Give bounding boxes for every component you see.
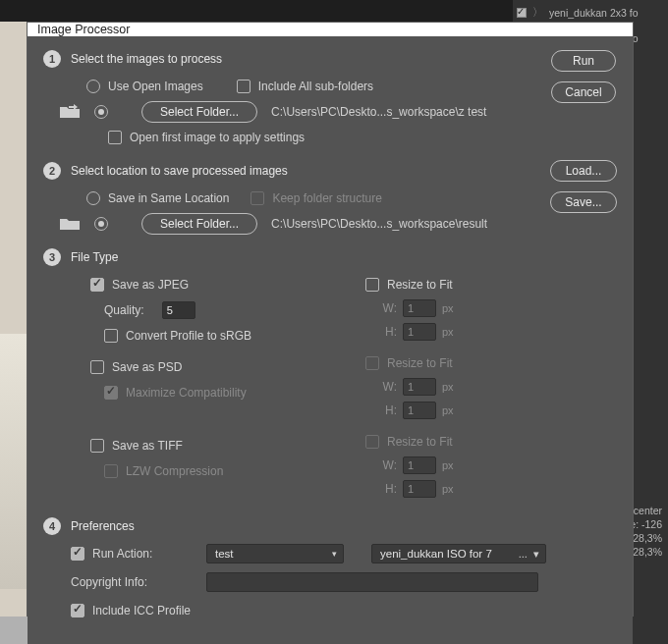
save-same-location-label: Save in Same Location: [108, 191, 229, 205]
section-title: File Type: [71, 250, 118, 264]
include-subfolders-label: Include All sub-folders: [258, 80, 373, 93]
w-label: W:: [377, 380, 397, 394]
save-psd-checkbox[interactable]: [90, 360, 104, 374]
use-open-images-radio[interactable]: [86, 80, 100, 93]
convert-srgb-label: Convert Profile to sRGB: [126, 329, 251, 343]
tiff-resize-label: Resize to Fit: [387, 435, 453, 449]
jpeg-resize-checkbox[interactable]: [365, 278, 379, 292]
step-badge-2: 2: [43, 162, 61, 180]
copyright-input[interactable]: [206, 572, 538, 592]
select-value: test: [215, 548, 234, 560]
bg-document-photo: [0, 334, 27, 589]
select-source-folder-button[interactable]: Select Folder...: [141, 101, 257, 123]
folder-out-icon: [59, 216, 81, 232]
use-open-images-label: Use Open Images: [108, 80, 203, 93]
px-label: px: [442, 483, 454, 495]
include-icc-checkbox[interactable]: [71, 604, 84, 617]
cancel-button[interactable]: Cancel: [551, 81, 616, 103]
tiff-w-input: 1: [403, 456, 436, 474]
select-dest-folder-radio[interactable]: [94, 217, 108, 231]
include-icc-label: Include ICC Profile: [92, 604, 191, 617]
h-label: H:: [377, 482, 397, 496]
section-title: Select the images to process: [71, 52, 222, 66]
w-label: W:: [377, 458, 397, 472]
open-first-image-checkbox[interactable]: [108, 131, 122, 144]
select-dest-folder-button[interactable]: Select Folder...: [141, 213, 257, 235]
section-title: Preferences: [71, 519, 135, 533]
lzw-checkbox: [104, 464, 118, 478]
h-label: H:: [377, 403, 397, 417]
run-action-checkbox[interactable]: [71, 547, 84, 561]
tiff-resize-checkbox: [365, 435, 379, 449]
section-file-type: 3 File Type Save as JPEG Quality: 5: [43, 248, 617, 504]
jpeg-w-input: 1: [403, 299, 436, 317]
folder-in-icon: [59, 104, 81, 120]
run-action-label: Run Action:: [92, 547, 152, 561]
copyright-label: Copyright Info:: [71, 575, 198, 589]
chevron-down-icon: ▾: [332, 549, 337, 559]
max-compat-checkbox: [104, 386, 118, 400]
action-set-select[interactable]: test ▾: [206, 544, 344, 564]
h-label: H:: [377, 325, 397, 339]
jpeg-h-input: 1: [403, 323, 436, 341]
select-value: yeni_dukkan ISO for 7: [380, 548, 492, 560]
step-badge-3: 3: [43, 248, 61, 266]
save-tiff-label: Save as TIFF: [112, 439, 183, 453]
save-jpeg-label: Save as JPEG: [112, 278, 189, 292]
jpeg-resize-label: Resize to Fit: [387, 278, 453, 292]
px-label: px: [442, 326, 454, 338]
select-folder-radio[interactable]: [94, 105, 108, 119]
px-label: px: [442, 404, 454, 416]
psd-h-input: 1: [403, 402, 436, 419]
psd-resize-checkbox: [365, 356, 379, 370]
tiff-h-input: 1: [403, 480, 436, 498]
dialog-titlebar[interactable]: Image Processor: [28, 23, 633, 36]
dialog-title: Image Processor: [37, 23, 130, 36]
section-select-images: 1 Select the images to process Use Open …: [43, 50, 617, 148]
dest-path: C:\Users\PC\Deskto...s_workspace\result: [271, 217, 487, 231]
run-button[interactable]: Run: [551, 50, 616, 72]
source-path: C:\Users\PC\Deskto...s_workspace\z test: [271, 105, 486, 119]
max-compat-label: Maximize Compatibility: [126, 386, 247, 400]
include-subfolders-checkbox[interactable]: [237, 80, 250, 93]
section-preferences: 4 Preferences Run Action: test ▾ yeni_du…: [43, 517, 617, 621]
save-same-location-radio[interactable]: [86, 191, 100, 205]
open-first-image-label: Open first image to apply settings: [130, 131, 305, 144]
action-item: yeni_dukkan 2x3 fo: [549, 7, 638, 19]
psd-resize-label: Resize to Fit: [387, 356, 453, 370]
image-processor-dialog: Image Processor Run Cancel Load... Save.…: [27, 22, 634, 617]
quality-label: Quality:: [104, 303, 144, 317]
step-badge-1: 1: [43, 50, 61, 68]
action-name-select[interactable]: yeni_dukkan ISO for 7 ... ▾: [371, 544, 546, 564]
px-label: px: [442, 302, 454, 314]
step-badge-4: 4: [43, 517, 61, 535]
quality-input[interactable]: 5: [162, 301, 195, 319]
save-button[interactable]: Save...: [550, 191, 617, 213]
keep-folder-structure-checkbox[interactable]: [250, 191, 264, 205]
load-button[interactable]: Load...: [550, 160, 617, 182]
save-tiff-checkbox[interactable]: [90, 439, 104, 453]
w-label: W:: [377, 301, 397, 315]
section-title: Select location to save processed images: [71, 164, 288, 178]
px-label: px: [442, 381, 454, 393]
section-save-location: 2 Select location to save processed imag…: [43, 162, 617, 235]
px-label: px: [442, 459, 454, 471]
keep-folder-structure-label: Keep folder structure: [272, 191, 381, 205]
check-icon: [517, 8, 527, 18]
lzw-label: LZW Compression: [126, 464, 223, 478]
save-psd-label: Save as PSD: [112, 360, 182, 374]
save-jpeg-checkbox[interactable]: [90, 278, 104, 292]
psd-w-input: 1: [403, 378, 436, 396]
convert-srgb-checkbox[interactable]: [104, 329, 118, 343]
